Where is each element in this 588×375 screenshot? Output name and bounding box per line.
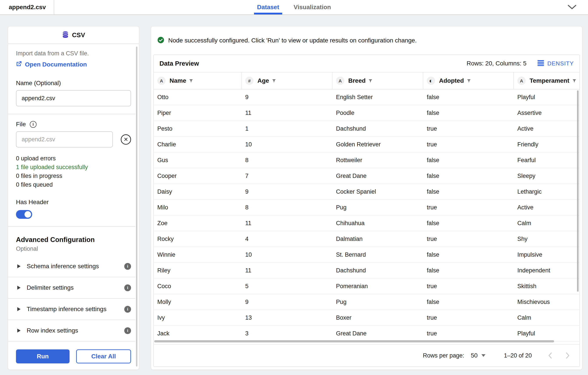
previous-page-button[interactable] bbox=[547, 352, 553, 359]
number-type-icon: # bbox=[245, 76, 253, 85]
database-icon bbox=[62, 31, 69, 40]
table-row: Ivy13BoxertrueCalm bbox=[154, 310, 579, 326]
table-cell: true bbox=[423, 279, 514, 294]
info-icon[interactable]: i bbox=[30, 121, 37, 128]
table-cell: 9 bbox=[242, 89, 333, 105]
has-header-toggle[interactable] bbox=[16, 210, 32, 219]
density-button[interactable]: DENSITY bbox=[537, 60, 574, 67]
open-documentation-label: Open Documentation bbox=[25, 61, 87, 68]
clear-all-button[interactable]: Clear All bbox=[76, 349, 131, 364]
table-cell: Boxer bbox=[333, 310, 423, 325]
table-cell: 9 bbox=[242, 184, 333, 199]
run-button[interactable]: Run bbox=[16, 349, 70, 364]
table-cell: false bbox=[423, 294, 514, 310]
table-cell: Dachshund bbox=[333, 263, 423, 278]
table-cell: true bbox=[423, 310, 514, 325]
upload-status-line: 1 file uploaded successfully bbox=[16, 163, 131, 171]
clear-file-icon[interactable]: ✕ bbox=[121, 134, 131, 145]
filter-icon[interactable] bbox=[572, 79, 577, 83]
table-cell: Rottweiler bbox=[333, 152, 423, 168]
table-cell: true bbox=[423, 121, 514, 136]
results-panel: Node successfully configured. Click 'Run… bbox=[151, 26, 582, 370]
caret-right-icon bbox=[17, 307, 21, 311]
table-row: Coco5PomeraniantrueSkittish bbox=[154, 279, 579, 294]
boolean-type-icon: ◐ bbox=[427, 76, 435, 85]
table-cell: 11 bbox=[242, 215, 333, 231]
info-icon[interactable]: i bbox=[124, 306, 131, 313]
table-cell: false bbox=[423, 105, 514, 120]
table-cell: Pug bbox=[333, 200, 423, 215]
filter-icon[interactable] bbox=[272, 79, 276, 83]
table-cell: Zoe bbox=[154, 215, 242, 231]
table-cell: Pomeranian bbox=[333, 279, 423, 294]
table-cell: 7 bbox=[242, 168, 333, 183]
name-field-label: Name (Optional) bbox=[16, 80, 131, 87]
vertical-scrollbar[interactable] bbox=[577, 90, 578, 292]
table-cell: 8 bbox=[242, 152, 333, 168]
table-cell: Rocky bbox=[154, 231, 242, 246]
table-row: Molly9PugfalseMischievous bbox=[154, 294, 579, 310]
panel-header: CSV bbox=[8, 26, 139, 44]
rows-columns-summary: Rows: 20, Columns: 5 bbox=[467, 60, 526, 67]
column-name: Adopted bbox=[439, 77, 464, 84]
tab-dataset[interactable]: Dataset bbox=[257, 0, 279, 14]
section-delimiter-settings[interactable]: Delimiter settingsi bbox=[8, 277, 136, 299]
check-circle-icon bbox=[157, 37, 164, 44]
grid-body: Otto9English SetterfalsePlayfulPiper11Po… bbox=[154, 89, 579, 344]
table-cell: false bbox=[423, 184, 514, 199]
table-row: Rocky4DalmatiantrueShy bbox=[154, 231, 579, 247]
caret-right-icon bbox=[17, 329, 21, 332]
chevron-down-icon[interactable] bbox=[567, 4, 577, 11]
name-input[interactable] bbox=[16, 90, 131, 106]
table-row: Cooper7Great DanefalseSleepy bbox=[154, 168, 579, 184]
section-row-index-settings[interactable]: Row index settingsi bbox=[8, 320, 136, 342]
toggle-knob bbox=[24, 211, 31, 218]
open-documentation-link[interactable]: Open Documentation bbox=[16, 61, 131, 68]
table-cell: 11 bbox=[242, 263, 333, 278]
table-row: Piper11PoodlefalseAssertive bbox=[154, 105, 579, 121]
divider bbox=[8, 114, 136, 114]
table-cell: true bbox=[423, 137, 514, 152]
table-row: Winnie10St. BernardfalseImpulsive bbox=[154, 247, 579, 263]
horizontal-scrollbar[interactable] bbox=[154, 340, 554, 343]
panel-description: Import data from a CSV file. bbox=[16, 50, 131, 57]
advanced-sections: Schema inference settingsiDelimiter sett… bbox=[16, 256, 131, 342]
upload-status-list: 0 upload errors1 file uploaded successfu… bbox=[16, 154, 131, 189]
column-header-adopted: ◐Adopted bbox=[423, 72, 514, 89]
filter-icon[interactable] bbox=[189, 79, 193, 83]
info-icon[interactable]: i bbox=[124, 284, 131, 291]
table-cell: Charlie bbox=[154, 137, 242, 152]
table-cell: Chihuahua bbox=[333, 215, 423, 231]
external-link-icon bbox=[16, 61, 22, 68]
table-cell: Poodle bbox=[333, 105, 423, 120]
rows-per-page-value: 50 bbox=[471, 352, 478, 359]
rows-per-page-select[interactable]: 50 bbox=[471, 352, 485, 359]
table-cell: Molly bbox=[154, 294, 242, 310]
status-message-row: Node successfully configured. Click 'Run… bbox=[151, 26, 582, 54]
panel-body: Import data from a CSV file. Open Docume… bbox=[8, 44, 139, 364]
csv-config-panel: CSV Import data from a CSV file. Open Do… bbox=[8, 26, 139, 370]
file-tab[interactable]: append2.csv bbox=[0, 0, 54, 14]
table-cell: Calm bbox=[514, 215, 579, 231]
table-row: Zoe11ChihuahuafalseCalm bbox=[154, 215, 579, 231]
table-cell: Active bbox=[514, 121, 579, 136]
section-timestamp-inference-settings[interactable]: Timestamp inference settingsi bbox=[8, 299, 136, 320]
panel-scrollbar[interactable] bbox=[136, 47, 137, 366]
next-page-button[interactable] bbox=[565, 352, 570, 359]
filter-icon[interactable] bbox=[467, 79, 471, 83]
section-schema-inference-settings[interactable]: Schema inference settingsi bbox=[8, 256, 136, 277]
file-field-label: File bbox=[16, 121, 26, 128]
table-cell: English Setter bbox=[333, 89, 423, 105]
file-input[interactable] bbox=[16, 131, 113, 148]
table-cell: Impulsive bbox=[514, 247, 579, 262]
info-icon[interactable]: i bbox=[124, 263, 131, 270]
info-icon[interactable]: i bbox=[124, 327, 131, 334]
table-cell: Independent bbox=[514, 263, 579, 278]
data-preview-container: Data Preview Rows: 20, Columns: 5 DENSIT… bbox=[153, 54, 580, 367]
tab-visualization[interactable]: Visualization bbox=[294, 0, 331, 14]
filter-icon[interactable] bbox=[368, 79, 373, 83]
table-cell: Winnie bbox=[154, 247, 242, 262]
grid-header-row: AName#AgeABreed◐AdoptedATemperament bbox=[154, 72, 579, 89]
caret-right-icon bbox=[17, 264, 21, 268]
table-cell: 5 bbox=[242, 279, 333, 294]
